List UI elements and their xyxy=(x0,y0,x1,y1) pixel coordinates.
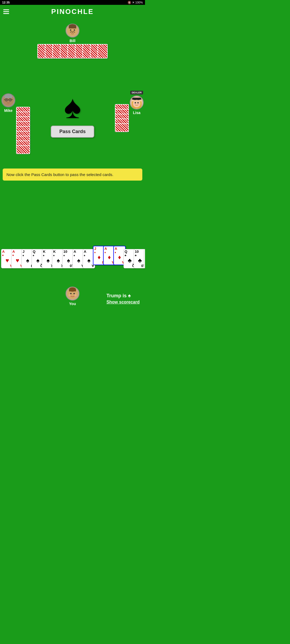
card-suit-center-10: ♦ xyxy=(104,254,114,260)
bill-avatar xyxy=(66,24,79,38)
bill-card-9 xyxy=(97,44,108,58)
show-scorecard-link[interactable]: Show scorecard xyxy=(106,300,140,305)
svg-rect-2 xyxy=(69,26,76,28)
svg-point-26 xyxy=(70,293,72,294)
svg-line-11 xyxy=(4,100,5,100)
you-avatar xyxy=(66,287,79,301)
lisa-cards xyxy=(115,104,129,132)
mike-name: Mike xyxy=(4,108,12,113)
mike-avatar xyxy=(1,93,15,107)
trump-text: Trump is ♠ xyxy=(106,292,131,299)
bill-cards xyxy=(37,44,108,58)
svg-point-17 xyxy=(132,98,142,100)
dealer-badge: DEALER xyxy=(130,91,143,94)
card-rank-top-7: A♠ xyxy=(74,250,84,257)
card-rank-top-11: A♦ xyxy=(115,247,124,254)
card-rank-top-4: K♠ xyxy=(43,250,53,257)
app-header: PINOCHLE xyxy=(0,5,145,18)
mike-cards xyxy=(16,107,30,154)
card-suit-center-0: ♥ xyxy=(2,258,12,264)
card-suit-center-2: ♠ xyxy=(23,258,33,264)
you-name: You xyxy=(69,302,76,306)
svg-point-29 xyxy=(74,294,77,296)
card-rank-top-2: J♠ xyxy=(23,250,33,257)
bill-name: Bill xyxy=(70,39,75,43)
hand-card-14[interactable]: A♣ ♣ A xyxy=(144,249,145,268)
menu-button[interactable] xyxy=(3,9,9,14)
svg-point-14 xyxy=(10,99,11,100)
hand-card-13[interactable]: 10♣ ♣ 10 xyxy=(134,249,145,268)
svg-line-12 xyxy=(12,100,13,100)
svg-point-3 xyxy=(70,30,71,31)
mike-card-9 xyxy=(16,145,30,154)
card-suit-center-5: ♠ xyxy=(53,258,63,264)
lisa-avatar xyxy=(130,96,144,109)
trump-suit-symbol: ♠ xyxy=(128,292,131,298)
card-suit-center-13: ♣ xyxy=(135,258,145,264)
svg-point-20 xyxy=(137,102,139,104)
card-suit-center-7: ♠ xyxy=(74,258,84,264)
svg-point-27 xyxy=(74,293,75,294)
player-lisa: DEALER Lisa xyxy=(130,91,144,115)
card-rank-top-3: Q♠ xyxy=(33,250,43,257)
status-bar: 12:35 🔇 ✕ 100% xyxy=(0,0,145,5)
instruction-box: Now click the Pass Cards button to pass … xyxy=(3,169,142,181)
card-rank-top-1: A♥ xyxy=(12,250,23,257)
instruction-text: Now click the Pass Cards button to pass … xyxy=(6,172,114,177)
lisa-name: Lisa xyxy=(133,111,140,115)
trump-area: Trump is ♠ Show scorecard xyxy=(106,292,140,305)
svg-point-22 xyxy=(138,103,140,105)
card-suit-center-8: ♠ xyxy=(84,258,94,264)
card-rank-top-12: Q♣ xyxy=(125,250,135,257)
pass-cards-button[interactable]: Pass Cards xyxy=(51,126,94,138)
status-time: 12:35 xyxy=(2,1,10,4)
card-suit-center-12: ♣ xyxy=(125,258,135,264)
svg-rect-25 xyxy=(69,290,76,291)
battery-level: 100% xyxy=(135,1,143,4)
svg-point-13 xyxy=(6,99,7,100)
card-rank-top-9: J♦ xyxy=(94,247,104,254)
svg-point-21 xyxy=(133,103,135,105)
card-suit-center-1: ♥ xyxy=(12,258,23,264)
player-mike: Mike xyxy=(1,93,15,113)
card-rank-top-13: 10♣ xyxy=(135,250,145,257)
card-rank-top-5: K♠ xyxy=(53,250,63,257)
svg-point-4 xyxy=(74,30,75,31)
card-suit-center-6: ♠ xyxy=(63,258,74,264)
player-bill: Bill xyxy=(37,24,108,58)
player-hand: A♥ ♥ A A♥ ♥ A J♠ ♠ J Q♠ ♠ Q K♠ ♠ K K♠ ♠ … xyxy=(0,249,145,268)
card-suit-center-3: ♠ xyxy=(33,258,43,264)
game-area: Bill xyxy=(0,18,145,322)
svg-point-19 xyxy=(135,102,136,104)
card-suit-center-11: ♦ xyxy=(115,254,124,260)
player-you: You xyxy=(66,287,79,306)
trump-spade-center: ♠ xyxy=(64,91,81,123)
lisa-card-5 xyxy=(115,123,129,132)
app-title: PINOCHLE xyxy=(9,8,136,16)
card-suit-center-4: ♠ xyxy=(43,258,53,264)
svg-point-28 xyxy=(68,294,71,296)
card-suit-center-9: ♦ xyxy=(94,254,104,260)
status-icons: 🔇 ✕ 100% xyxy=(128,1,143,4)
card-rank-top-10: A♦ xyxy=(104,247,114,254)
card-rank-top-8: A♠ xyxy=(84,250,94,257)
trump-label: Trump is xyxy=(106,293,126,298)
card-rank-top-6: 10♠ xyxy=(63,250,74,257)
svg-rect-7 xyxy=(5,96,12,98)
center-area: ♠ Pass Cards xyxy=(51,91,94,138)
card-rank-top-0: A♥ xyxy=(2,250,12,257)
